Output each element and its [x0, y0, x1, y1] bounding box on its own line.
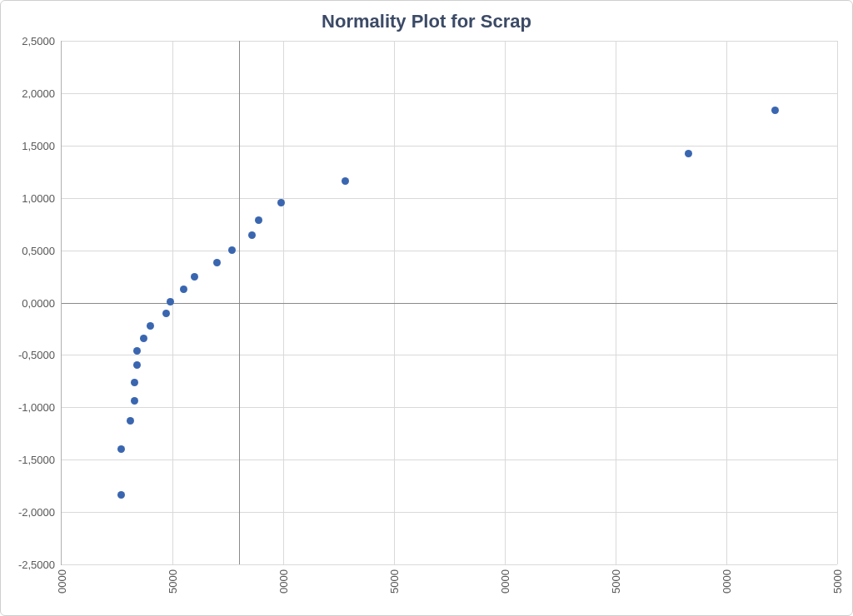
x-tick-label: 0000 — [721, 569, 733, 594]
data-point — [147, 322, 154, 330]
data-point — [180, 286, 187, 293]
data-point — [167, 298, 174, 306]
gridline-horizontal — [62, 93, 837, 94]
y-tick-label: 2,0000 — [3, 87, 55, 99]
x-tick-label: 0000 — [277, 569, 290, 594]
gridline-horizontal — [62, 198, 837, 199]
plot-area: -2,5000-2,0000-1,5000-1,0000-0,50000,000… — [61, 41, 837, 565]
data-point — [191, 273, 198, 281]
y-tick-label: -1,0000 — [3, 401, 55, 414]
y-tick-label: 2,5000 — [3, 35, 55, 47]
data-point — [255, 216, 262, 224]
gridline-horizontal — [62, 512, 837, 513]
y-tick-label: -2,0000 — [3, 506, 55, 519]
data-point — [131, 397, 138, 405]
data-point — [342, 177, 349, 185]
data-point — [228, 246, 236, 254]
data-point — [131, 379, 138, 386]
data-point — [133, 361, 141, 369]
data-point — [248, 231, 256, 239]
x-tick-label: 5000 — [167, 569, 179, 594]
y-tick-label: -1,5000 — [3, 454, 55, 466]
gridline-horizontal — [62, 251, 837, 251]
y-tick-label: -2,5000 — [3, 559, 55, 571]
chart-title: Normality Plot for Scrap — [1, 11, 852, 32]
x-tick-label: 0000 — [56, 569, 68, 594]
y-tick-label: 0,5000 — [3, 244, 55, 256]
data-point — [117, 491, 125, 499]
data-point — [117, 445, 125, 453]
gridline-horizontal — [62, 407, 837, 408]
gridline-horizontal — [62, 355, 837, 355]
data-point — [685, 150, 692, 157]
data-point — [162, 310, 170, 317]
data-point — [771, 107, 779, 114]
chart-frame: Normality Plot for Scrap -2,5000-2,0000-… — [0, 0, 853, 616]
gridline-vertical — [837, 41, 838, 564]
data-point — [213, 259, 221, 266]
y-tick-label: 1,5000 — [3, 139, 55, 152]
data-point — [140, 335, 147, 342]
x-tick-label: 5000 — [831, 569, 844, 594]
y-axis-line — [239, 41, 240, 564]
gridline-horizontal — [62, 146, 837, 147]
gridline-horizontal — [62, 564, 837, 565]
x-axis-line — [62, 303, 837, 304]
y-tick-label: 0,0000 — [3, 296, 55, 309]
y-tick-label: 1,0000 — [3, 191, 55, 204]
data-point — [127, 417, 134, 425]
x-tick-label: 5000 — [388, 569, 401, 594]
x-tick-label: 0000 — [499, 569, 511, 594]
gridline-horizontal — [62, 41, 837, 42]
x-tick-label: 5000 — [610, 569, 622, 594]
y-tick-label: -0,5000 — [3, 349, 55, 361]
gridline-horizontal — [62, 460, 837, 460]
data-point — [133, 347, 141, 355]
